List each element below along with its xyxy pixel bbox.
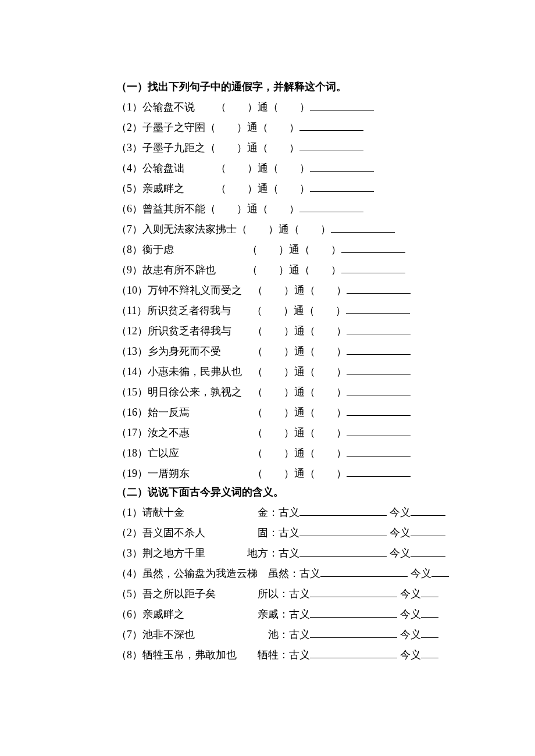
modern-label: 今义	[387, 527, 411, 539]
item-number: （12）	[116, 325, 148, 337]
gujin-item: （5）吾之所以距子矣 所以：古义 今义	[116, 587, 419, 599]
tongjia-item: （7）入则无法家法家拂士（ ）通（ ）	[116, 222, 419, 234]
item-number: （7）	[116, 223, 142, 235]
item-number: （2）	[116, 527, 142, 539]
item-number: （11）	[116, 305, 147, 316]
tongjia-item: （15）明日徐公来，孰视之 （ ）通（ ）	[116, 385, 419, 397]
modern-meaning-blank[interactable]	[421, 627, 438, 638]
item-text: 子墨子之守圉（ ）通（ ）	[142, 122, 299, 133]
item-text: 所识贫乏者得我与 （ ）通（ ）	[147, 305, 346, 316]
answer-blank[interactable]	[347, 385, 411, 395]
tongjia-item: （17）汝之不惠 （ ）通（ ）	[116, 426, 419, 438]
item-number: （19）	[116, 468, 148, 479]
tongjia-item: （14）小惠未徧，民弗从也 （ ）通（ ）	[116, 365, 419, 377]
gujin-item: （4）虽然，公输盘为我造云梯 虽然：古义 今义	[116, 566, 419, 579]
item-number: （15）	[116, 386, 148, 398]
ancient-meaning-blank[interactable]	[299, 505, 387, 516]
tongjia-item: （16）始一反焉 （ ）通（ ）	[116, 405, 419, 418]
answer-blank[interactable]	[347, 446, 411, 457]
item-number: （5）	[116, 183, 142, 194]
item-text: 吾之所以距子矣 所以：古义	[142, 588, 310, 600]
modern-meaning-blank[interactable]	[411, 546, 445, 557]
answer-blank[interactable]	[347, 283, 411, 294]
modern-meaning-blank[interactable]	[431, 566, 449, 577]
tongjia-item: （4）公输盘诎 （ ）通（ ）	[116, 161, 419, 173]
answer-blank[interactable]	[347, 344, 411, 355]
answer-blank[interactable]	[299, 120, 363, 131]
answer-blank[interactable]	[299, 141, 363, 151]
item-number: （9）	[116, 264, 142, 276]
ancient-meaning-blank[interactable]	[299, 546, 387, 557]
answer-blank[interactable]	[347, 324, 411, 334]
modern-label: 今义	[397, 588, 421, 600]
item-number: （8）	[116, 649, 142, 661]
answer-blank[interactable]	[310, 100, 374, 110]
ancient-meaning-blank[interactable]	[310, 648, 397, 658]
gujin-item: （8）牺牲玉帛，弗敢加也 牺牲：古义 今义	[116, 648, 419, 660]
modern-label: 今义	[387, 507, 411, 518]
answer-blank[interactable]	[299, 202, 363, 212]
item-text: 亲戚畔之 亲戚：古义	[142, 608, 310, 620]
answer-blank[interactable]	[310, 161, 374, 172]
item-text: 一厝朔东 （ ）通（ ）	[148, 468, 347, 479]
gujin-item: （1）请献十金 金：古义 今义	[116, 505, 419, 518]
item-number: （5）	[116, 588, 142, 600]
answer-blank[interactable]	[341, 243, 405, 253]
tongjia-item: （10）万钟不辩礼义而受之 （ ）通（ ）	[116, 283, 419, 295]
item-number: （17）	[116, 427, 148, 438]
item-text: 乡为身死而不受 （ ）通（ ）	[148, 345, 347, 357]
item-number: （3）	[116, 142, 142, 154]
answer-blank[interactable]	[331, 222, 395, 233]
modern-label: 今义	[397, 608, 421, 620]
ancient-meaning-blank[interactable]	[310, 607, 397, 618]
section-2-title: （二）说说下面古今异义词的含义。	[116, 487, 419, 497]
item-text: 牺牲玉帛，弗敢加也 牺牲：古义	[142, 649, 310, 661]
modern-meaning-blank[interactable]	[411, 526, 445, 536]
tongjia-item: （18）亡以应 （ ）通（ ）	[116, 446, 419, 458]
ancient-meaning-blank[interactable]	[310, 627, 397, 638]
item-text: 请献十金 金：古义	[142, 507, 299, 518]
answer-blank[interactable]	[341, 263, 405, 273]
ancient-meaning-blank[interactable]	[299, 526, 387, 536]
tongjia-item: （3）子墨子九距之（ ）通（ ）	[116, 141, 419, 153]
modern-label: 今义	[397, 629, 421, 640]
modern-meaning-blank[interactable]	[421, 587, 438, 597]
tongjia-item: （13）乡为身死而不受 （ ）通（ ）	[116, 344, 419, 356]
item-number: （2）	[116, 122, 142, 133]
item-text: 始一反焉 （ ）通（ ）	[148, 406, 347, 418]
modern-meaning-blank[interactable]	[421, 648, 438, 658]
answer-blank[interactable]	[346, 304, 410, 314]
item-text: 虽然，公输盘为我造云梯 虽然：古义	[142, 568, 320, 579]
item-number: （1）	[116, 101, 142, 113]
answer-blank[interactable]	[347, 426, 411, 436]
gujin-item: （7）池非不深也 池：古义 今义	[116, 627, 419, 640]
item-number: （4）	[116, 162, 142, 174]
modern-label: 今义	[408, 568, 431, 579]
ancient-meaning-blank[interactable]	[320, 566, 408, 577]
ancient-meaning-blank[interactable]	[310, 587, 397, 597]
modern-meaning-blank[interactable]	[411, 505, 445, 516]
section-2-body: （1）请献十金 金：古义 今义（2）吾义固不杀人 固：古义 今义（3）荆之地方千…	[116, 505, 419, 660]
tongjia-item: （1）公输盘不说 （ ）通（ ）	[116, 100, 419, 112]
answer-blank[interactable]	[347, 405, 411, 416]
item-number: （16）	[116, 406, 148, 418]
tongjia-item: （5）亲戚畔之 （ ）通（ ）	[116, 181, 419, 194]
tongjia-item: （2）子墨子之守圉（ ）通（ ）	[116, 120, 419, 133]
item-text: 所识贫乏者得我与 （ ）通（ ）	[148, 325, 347, 337]
item-text: 吾义固不杀人 固：古义	[142, 527, 299, 539]
section-1-title: （一）找出下列句子中的通假字，并解释这个词。	[116, 81, 419, 92]
section-1-body: （1）公输盘不说 （ ）通（ ）（2）子墨子之守圉（ ）通（ ）（3）子墨子九距…	[116, 100, 419, 479]
item-text: 衡于虑 （ ）通（ ）	[142, 244, 341, 255]
tongjia-item: （19）一厝朔东 （ ）通（ ）	[116, 466, 419, 479]
modern-meaning-blank[interactable]	[421, 607, 438, 618]
modern-label: 今义	[387, 547, 411, 559]
item-number: （18）	[116, 447, 148, 459]
item-number: （13）	[116, 345, 148, 357]
gujin-item: （3）荆之地方千里 地方：古义 今义	[116, 546, 419, 558]
answer-blank[interactable]	[347, 466, 411, 477]
answer-blank[interactable]	[310, 181, 374, 192]
answer-blank[interactable]	[347, 365, 411, 375]
item-text: 公输盘诎 （ ）通（ ）	[142, 162, 310, 174]
item-text: 小惠未徧，民弗从也 （ ）通（ ）	[148, 366, 347, 377]
item-text: 亡以应 （ ）通（ ）	[148, 447, 347, 459]
